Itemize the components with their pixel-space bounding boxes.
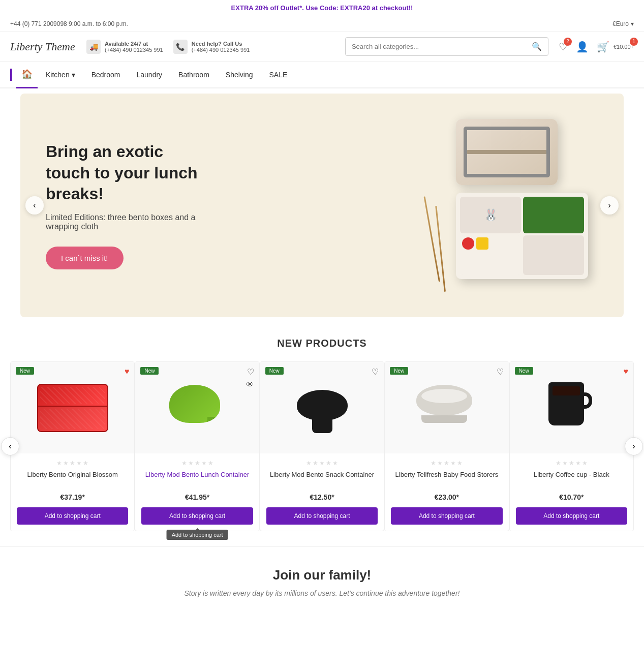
hours-text: 9:00 a.m. to 6:00 p.m. — [69, 20, 128, 27]
product-price-3: €12.50* — [266, 493, 378, 501]
product-stars-5: ★★★★★ — [516, 460, 627, 467]
product-card-3: New ♡ ★★★★★ Liberty Mod Bento Snack Cont… — [260, 361, 384, 531]
hero-cta-button[interactable]: I can`t miss it! — [46, 247, 124, 269]
product-image-2: New ♡ 👁 — [135, 362, 259, 453]
nav-item-laundry[interactable]: Laundry — [129, 64, 171, 87]
availability-info: 🚚 Available 24/7 at (+484) 490 012345 99… — [86, 40, 163, 54]
hero-prev-button[interactable]: ‹ — [25, 196, 44, 215]
main-nav: 🏠 Kitchen ▾ Bedroom Laundry Bathroom She… — [0, 62, 644, 88]
product-image-3: New ♡ — [260, 362, 384, 453]
product-image-1: New ♥ — [11, 362, 134, 453]
search-input[interactable] — [346, 39, 526, 54]
top-bar: +44 (0) 771 2009098 9:00 a.m. to 6:00 p.… — [0, 16, 644, 32]
product-name-4: Liberty Tellfresh Baby Food Storers — [391, 471, 502, 489]
product-stars-1: ★★★★★ — [17, 460, 128, 467]
product-info-1: ★★★★★ Liberty Bento Original Blossom €37… — [11, 453, 134, 531]
wishlist-badge: 2 — [564, 38, 572, 46]
join-title: Join our family! — [10, 567, 634, 583]
currency-selector[interactable]: €Euro ▾ — [612, 20, 634, 27]
promo-banner: EXTRA 20% off Outlet*. Use Code: EXTRA20… — [0, 0, 644, 16]
account-button[interactable]: 👤 — [576, 41, 589, 53]
product-name-3: Liberty Mod Bento Snack Container — [266, 471, 378, 489]
product-info-2: ★★★★★ Liberty Mod Bento Lunch Container … — [135, 453, 259, 531]
hero-title: Bring an exotic touch to your lunch brea… — [46, 141, 208, 205]
cart-badge: 1 — [630, 38, 638, 46]
search-button[interactable]: 🔍 — [526, 38, 548, 55]
product-badge-1: New — [16, 367, 34, 375]
product-wishlist-3[interactable]: ♡ — [372, 367, 379, 377]
hero-image: 🐰 — [339, 109, 603, 302]
hero-banner: Bring an exotic touch to your lunch brea… — [20, 94, 624, 317]
product-price-4: €23.00* — [391, 493, 502, 501]
add-to-cart-button-3[interactable]: Add to shopping cart — [266, 507, 378, 525]
phone-icon: 📞 — [173, 40, 188, 54]
product-name-1: Liberty Bento Original Blossom — [17, 471, 128, 489]
join-subtitle: Story is written every day by its millio… — [10, 589, 634, 597]
product-image-4: New ♡ — [385, 362, 508, 453]
product-card-5: New ♥ ★★★★★ Liberty Coffee cup - Black €… — [509, 361, 634, 531]
header-info-block: 🚚 Available 24/7 at (+484) 490 012345 99… — [86, 40, 335, 54]
product-price-5: €10.70* — [516, 493, 627, 501]
products-next-button[interactable]: › — [625, 437, 643, 455]
products-prev-button[interactable]: ‹ — [1, 437, 19, 455]
product-stars-3: ★★★★★ — [266, 460, 378, 467]
add-to-cart-button-1[interactable]: Add to shopping cart — [17, 507, 128, 525]
join-section: Join our family! Story is written every … — [0, 546, 644, 618]
phone-info: +44 (0) 771 2009098 9:00 a.m. to 6:00 p.… — [10, 20, 128, 27]
add-to-cart-button-5[interactable]: Add to shopping cart — [516, 507, 627, 525]
product-badge-5: New — [515, 367, 533, 375]
site-header: Liberty Theme 🚚 Available 24/7 at (+484)… — [0, 32, 644, 62]
product-card-2: New ♡ 👁 ★★★★★ Liberty Mod Bento Lunch Co… — [135, 361, 259, 531]
site-logo[interactable]: Liberty Theme — [10, 40, 76, 53]
product-card-1: New ♥ ★★★★★ Liberty Bento Original Bloss… — [10, 361, 135, 531]
phone-number: +44 (0) 771 2009098 — [10, 20, 67, 27]
product-info-3: ★★★★★ Liberty Mod Bento Snack Container … — [260, 453, 384, 531]
product-card-4: New ♡ ★★★★★ Liberty Tellfresh Baby Food … — [384, 361, 509, 531]
nav-item-bedroom[interactable]: Bedroom — [83, 64, 129, 87]
hero-content: Bring an exotic touch to your lunch brea… — [20, 111, 234, 300]
add-to-cart-button-4[interactable]: Add to shopping cart — [391, 507, 502, 525]
product-price-1: €37.19* — [17, 493, 128, 501]
nav-item-bathroom[interactable]: Bathroom — [170, 64, 218, 87]
add-to-cart-button-2[interactable]: Add to shopping cart — [141, 507, 253, 525]
cart-tooltip-2: Add to shopping cart — [167, 530, 228, 540]
support-info: 📞 Need help? Call Us (+484) 490 012345 9… — [173, 40, 250, 54]
wishlist-button[interactable]: ♡ 2 — [559, 41, 568, 53]
product-price-2: €41.95* — [141, 493, 253, 501]
products-section: NEW PRODUCTS ‹ New ♥ ★★★★★ — [0, 322, 644, 546]
nav-home[interactable]: 🏠 — [16, 62, 38, 88]
header-actions: ♡ 2 👤 🛒 1 €10.00+ — [559, 41, 634, 53]
product-stars-2: ★★★★★ — [141, 460, 253, 467]
product-wishlist-4[interactable]: ♡ — [497, 367, 504, 377]
cart-button[interactable]: 🛒 1 €10.00+ — [597, 41, 634, 53]
product-wishlist-5[interactable]: ♥ — [624, 367, 629, 376]
product-stars-4: ★★★★★ — [391, 460, 502, 467]
hero-next-button[interactable]: › — [600, 196, 619, 215]
product-name-5: Liberty Coffee cup - Black — [516, 471, 627, 489]
product-eye-2[interactable]: 👁 — [246, 380, 254, 389]
add-to-cart-container-2: Add to shopping cart Add to shopping car… — [141, 507, 253, 525]
product-wishlist-1[interactable]: ♥ — [125, 367, 130, 376]
nav-item-shelving[interactable]: Shelving — [218, 64, 261, 87]
truck-icon: 🚚 — [86, 40, 101, 54]
products-section-title: NEW PRODUCTS — [10, 338, 634, 349]
nav-indicator — [10, 69, 12, 81]
product-badge-4: New — [390, 367, 408, 375]
search-bar[interactable]: 🔍 — [345, 37, 548, 56]
product-image-5: New ♥ — [510, 362, 633, 453]
product-wishlist-2[interactable]: ♡ — [247, 367, 254, 377]
product-badge-2: New — [140, 367, 159, 375]
product-badge-3: New — [265, 367, 284, 375]
nav-item-kitchen[interactable]: Kitchen ▾ — [38, 64, 83, 87]
hero-subtitle: Limited Editions: three bento boxes and … — [46, 213, 208, 231]
product-info-5: ★★★★★ Liberty Coffee cup - Black €10.70*… — [510, 453, 633, 531]
nav-item-sale[interactable]: SALE — [261, 64, 296, 87]
products-grid: ‹ New ♥ ★★★★★ Liber — [10, 361, 634, 531]
product-info-4: ★★★★★ Liberty Tellfresh Baby Food Storer… — [385, 453, 508, 531]
product-name-2[interactable]: Liberty Mod Bento Lunch Container — [141, 471, 253, 489]
